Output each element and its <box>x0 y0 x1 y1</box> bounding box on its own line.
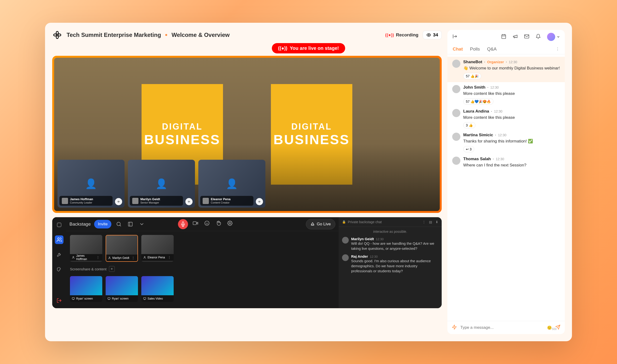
tab-polls[interactable]: Polls <box>470 46 480 52</box>
reaction-pill[interactable]: 57 👍💙🎉😍🔥 <box>463 98 493 105</box>
search-icon[interactable] <box>115 220 123 228</box>
recording-indicator: ((●)) Recording <box>385 32 419 38</box>
screenshare-label: Screenshare & content <box>70 267 106 271</box>
svg-rect-25 <box>108 298 110 299</box>
people-icon[interactable] <box>55 235 64 244</box>
download-icon[interactable]: ⬇ <box>435 220 438 224</box>
layout-icon[interactable] <box>126 220 134 228</box>
backstage-toolbar: Backstage Invite Go Live <box>66 217 339 231</box>
more-icon[interactable]: ⋮ <box>131 256 136 260</box>
event-title: Tech Summit Enterprise Marketing <box>66 32 161 38</box>
backstage-nav-rail <box>52 217 66 308</box>
svg-point-18 <box>205 221 209 225</box>
svg-point-21 <box>109 257 110 258</box>
participant-thumb[interactable]: Eleanor Pena⋮ <box>141 235 174 262</box>
bell-icon[interactable] <box>536 34 541 40</box>
chevron-down-icon[interactable] <box>138 220 146 228</box>
exit-icon[interactable] <box>55 296 64 305</box>
megaphone-icon[interactable] <box>512 34 518 40</box>
sidebar-tabs: Chat Polls Q&A ⋮ <box>447 44 565 54</box>
more-icon[interactable]: ⋮ <box>167 256 172 259</box>
emoji-picker-icon[interactable]: 🙂 <box>547 325 552 330</box>
add-content-button[interactable]: + <box>109 266 115 272</box>
header: Tech Summit Enterprise Marketing Welcome… <box>52 30 442 40</box>
avatar <box>342 237 349 244</box>
speaker-tile[interactable]: 👤 Marilyn GeidtSenior Manager <box>128 160 195 208</box>
broadcast-icon: ((●)) <box>385 32 394 38</box>
svg-point-14 <box>58 238 59 239</box>
svg-point-22 <box>144 257 145 258</box>
svg-rect-23 <box>72 298 75 299</box>
participant-thumb[interactable]: Marilyn Geidt⋮ <box>106 235 138 262</box>
speaker-tile[interactable]: 👤 Eleanor PenaContent Creator <box>198 160 265 208</box>
bolt-icon[interactable] <box>452 325 457 331</box>
app-logo[interactable] <box>52 30 62 40</box>
audio-indicator-icon <box>115 198 122 205</box>
tab-more-icon[interactable]: ⋮ <box>556 47 560 51</box>
audio-indicator-icon <box>185 198 193 205</box>
more-icon[interactable]: ⋮ <box>96 256 100 259</box>
avatar <box>452 109 460 117</box>
backstage-message: Raj Ander12:30Sounds good. I'm also curi… <box>342 254 438 273</box>
char-count: 500 <box>552 327 557 331</box>
speaker-tile[interactable]: 👤 James HoffmanCommunity Leader <box>57 160 125 208</box>
svg-point-0 <box>428 35 429 36</box>
broadcast-icon: ((●)) <box>278 46 288 51</box>
reaction-pill[interactable]: 57 👍🎉 <box>463 73 481 79</box>
avatar <box>452 133 460 141</box>
layers-icon[interactable]: ▤ <box>429 220 432 224</box>
audio-indicator-icon <box>256 198 263 205</box>
avatar <box>452 157 460 165</box>
more-icon[interactable]: ⋮ <box>422 220 426 224</box>
content-thumb[interactable]: Ryan' screen <box>106 276 138 302</box>
avatar <box>547 33 555 41</box>
svg-point-20 <box>73 257 74 258</box>
tab-chat[interactable]: Chat <box>453 46 463 52</box>
svg-rect-16 <box>128 222 132 226</box>
lock-icon: 🔒 <box>342 220 346 224</box>
separator-dot <box>165 34 167 36</box>
session-title: Welcome & Overview <box>171 32 229 38</box>
backstage-panel: Backstage Invite Go Live <box>52 217 442 308</box>
backstage-private-chat: 🔒 Private backstage chat ⋮ ▤ ⬇ interacti… <box>339 217 442 308</box>
avatar <box>452 85 460 93</box>
camera-icon[interactable] <box>191 219 199 227</box>
wrench-icon[interactable] <box>55 250 64 259</box>
chat-message: ShaneBot·Organizer·12:30 👋 Welcome to ou… <box>447 57 565 82</box>
app-icon[interactable] <box>55 221 64 229</box>
emoji-icon[interactable] <box>203 219 211 227</box>
main-stage-video[interactable]: DIGITALBUSINESS DIGITALBUSINESS 👤 James … <box>54 58 440 211</box>
mic-button[interactable] <box>178 219 188 229</box>
viewer-count-pill[interactable]: 34 <box>423 31 442 39</box>
compose-bar: 🙂 500 <box>447 321 565 334</box>
mail-icon[interactable] <box>524 34 529 40</box>
content-thumb[interactable]: Ryan' screen <box>70 276 102 302</box>
svg-rect-13 <box>57 223 61 227</box>
settings-icon[interactable] <box>226 219 234 227</box>
svg-point-19 <box>229 222 231 224</box>
calendar-icon[interactable] <box>501 34 506 40</box>
expand-icon[interactable] <box>452 34 458 40</box>
tab-qna[interactable]: Q&A <box>487 46 497 52</box>
chat-message: John Smith·12:30 More content like this … <box>452 85 560 105</box>
hand-icon[interactable] <box>214 219 223 227</box>
private-chat-label: Private backstage chat <box>348 220 382 224</box>
reaction-pill[interactable]: 3 👍 <box>463 122 475 128</box>
content-thumb[interactable]: Sales Video <box>141 276 174 302</box>
svg-rect-27 <box>144 298 146 299</box>
chat-message: Laura Andina·12:30 More content like thi… <box>452 109 560 129</box>
svg-rect-29 <box>502 35 506 39</box>
main-stage-frame: DIGITALBUSINESS DIGITALBUSINESS 👤 James … <box>52 56 442 213</box>
backstage-label: Backstage <box>69 221 91 227</box>
participant-thumb[interactable]: James Hoffman⋮ <box>70 235 102 262</box>
svg-marker-34 <box>452 325 457 329</box>
chat-message: Martina Simicic·12:30 Thanks for sharing… <box>452 133 560 152</box>
message-input[interactable] <box>460 325 544 330</box>
user-menu[interactable] <box>547 33 560 41</box>
invite-button[interactable]: Invite <box>94 220 112 228</box>
backstage-message: Marilyn Geidt12:30Will do! QQ - how are … <box>342 237 438 251</box>
go-live-button[interactable]: Go Live <box>306 219 335 229</box>
chat-message: Thomas Salah·12:30 Where can I find the … <box>452 157 560 168</box>
brain-icon[interactable] <box>55 265 64 274</box>
reaction-pill[interactable]: ↩ 3 <box>463 146 474 152</box>
